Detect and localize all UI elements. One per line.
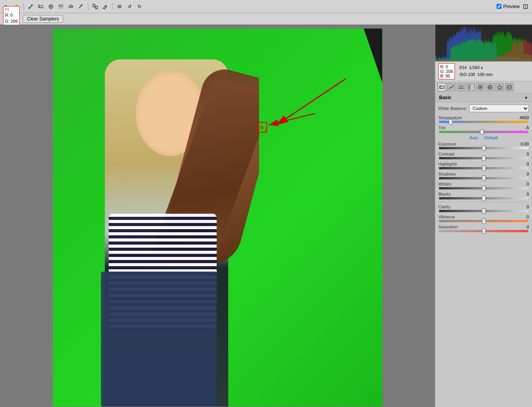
shadows-value: 0 — [527, 172, 529, 176]
panel-b-value: B: 95 — [440, 74, 453, 78]
whites-slider[interactable] — [439, 187, 528, 189]
main-toolbar: ↖ ✋ ↺ ↻ Preview — [0, 0, 532, 13]
panel-g-value: G: 206 — [440, 69, 453, 74]
highlights-thumb[interactable] — [482, 166, 486, 171]
pencil-tool[interactable] — [101, 2, 109, 11]
highlights-value: 0 — [527, 162, 529, 166]
highlights-slider[interactable] — [439, 167, 528, 169]
panel-r-value: R: 0 — [440, 64, 453, 69]
canvas-area[interactable]: ⊕ 1 — [0, 25, 435, 407]
adjustment-brush-tool[interactable] — [77, 2, 85, 11]
preview-label: Preview — [503, 4, 520, 9]
effects-icon[interactable] — [495, 83, 504, 91]
blacks-label: Blacks — [438, 192, 451, 196]
iso-focal: ISO 100 100 mm — [460, 71, 493, 78]
eyedropper-tool[interactable] — [27, 2, 35, 11]
shadows-slider[interactable] — [439, 177, 528, 179]
svg-marker-41 — [497, 85, 502, 90]
saturation-thumb[interactable] — [482, 228, 486, 234]
sep3 — [112, 3, 113, 10]
exposure-slider[interactable] — [439, 147, 528, 149]
clarity-slider[interactable] — [439, 210, 528, 212]
blacks-value: 0 — [527, 192, 529, 196]
svg-line-20 — [103, 8, 104, 9]
vibrance-slider[interactable] — [439, 220, 528, 222]
vibrance-thumb[interactable] — [482, 218, 486, 224]
auto-button[interactable]: Auto — [470, 135, 478, 140]
shadows-row: Shadows 0 — [438, 172, 529, 179]
tint-slider[interactable] — [439, 131, 528, 133]
clone-stamp-tool[interactable] — [91, 2, 99, 11]
clear-samplers-button[interactable]: Clear Samplers — [23, 15, 63, 23]
shadows-thumb[interactable] — [482, 176, 486, 181]
contrast-thumb[interactable] — [482, 155, 486, 161]
svg-rect-32 — [459, 87, 463, 88]
divider-1 — [438, 202, 529, 202]
exif-display: f/14 1/160 s ISO 100 100 mm — [460, 64, 493, 78]
exposure-row: Exposure 0,00 — [438, 142, 529, 149]
crosshair-icon: ⊕ — [259, 124, 264, 130]
basic-panel-icon[interactable] — [438, 83, 446, 91]
temperature-value: 4650 — [520, 115, 529, 120]
wb-select[interactable]: As Shot Auto Daylight Cloudy Shade Tungs… — [469, 105, 529, 112]
sampler-point-1[interactable]: ⊕ 1 — [256, 122, 267, 133]
crop-tool[interactable] — [37, 2, 45, 11]
detail-icon[interactable] — [476, 83, 485, 91]
tone-curve-icon[interactable] — [447, 83, 456, 91]
default-button[interactable]: Default — [484, 135, 498, 140]
white-balance-row: White Balance: As Shot Auto Daylight Clo… — [438, 105, 529, 112]
whites-row: Whites 0 — [438, 182, 529, 189]
list-tool[interactable] — [115, 2, 124, 11]
saturation-slider[interactable] — [439, 230, 528, 232]
calibration-icon[interactable] — [505, 83, 513, 91]
spot-healing-tool[interactable] — [47, 2, 55, 11]
collapse-icon[interactable]: ▼ — [524, 96, 528, 100]
histogram — [435, 25, 532, 61]
vibrance-value: 0 — [527, 214, 529, 219]
whites-thumb[interactable] — [482, 186, 486, 191]
sep2 — [88, 3, 88, 10]
blacks-slider[interactable] — [439, 197, 528, 199]
tint-value: -5 — [525, 125, 529, 130]
svg-rect-18 — [96, 6, 98, 9]
clarity-label: Clarity — [438, 204, 450, 209]
radial-filter-tool[interactable] — [67, 2, 75, 11]
svg-point-16 — [81, 4, 82, 6]
tint-label: Tint — [438, 125, 445, 130]
sampler-r: R: 0 — [5, 12, 18, 18]
split-toning-icon[interactable] — [466, 83, 475, 91]
blacks-thumb[interactable] — [482, 196, 486, 201]
vibrance-label: Vibrance — [438, 214, 455, 219]
annotation-arrows — [53, 29, 382, 407]
right-panel: R: 0 G: 206 B: 95 f/14 1/160 s ISO 100 1… — [435, 25, 532, 407]
lens-correction-icon[interactable] — [486, 83, 494, 91]
svg-line-28 — [269, 113, 315, 125]
exposure-thumb[interactable] — [482, 145, 486, 151]
temperature-slider[interactable] — [439, 121, 528, 123]
svg-rect-34 — [468, 85, 470, 90]
basic-section-header: Basic ▼ — [435, 93, 532, 102]
sampler-label: #1 — [5, 7, 18, 12]
whites-label: Whites — [438, 182, 451, 186]
expand-icon[interactable] — [521, 2, 530, 11]
preview-checkbox[interactable] — [497, 4, 502, 9]
sampler-g: G: 206 — [5, 19, 18, 24]
vibrance-row: Vibrance 0 — [438, 214, 529, 222]
undo-button[interactable]: ↺ — [125, 2, 134, 11]
temperature-thumb[interactable] — [449, 119, 453, 125]
temperature-row: Temperature 4650 — [438, 115, 529, 123]
tint-thumb[interactable] — [480, 129, 484, 135]
contrast-slider[interactable] — [439, 157, 528, 159]
photo-canvas: ⊕ 1 — [53, 29, 382, 407]
svg-line-27 — [276, 79, 346, 125]
contrast-label: Contrast — [438, 152, 455, 156]
svg-point-2 — [29, 7, 30, 9]
contrast-value: 0 — [527, 152, 529, 156]
graduated-filter-tool[interactable] — [57, 2, 65, 11]
clarity-thumb[interactable] — [482, 208, 486, 214]
hsl-icon[interactable] — [457, 83, 465, 91]
sampler-number: 1 — [264, 128, 266, 132]
svg-rect-31 — [459, 86, 463, 86]
redo-button[interactable]: ↻ — [135, 2, 144, 11]
panel-rgb-display: R: 0 G: 206 B: 95 — [438, 63, 455, 79]
